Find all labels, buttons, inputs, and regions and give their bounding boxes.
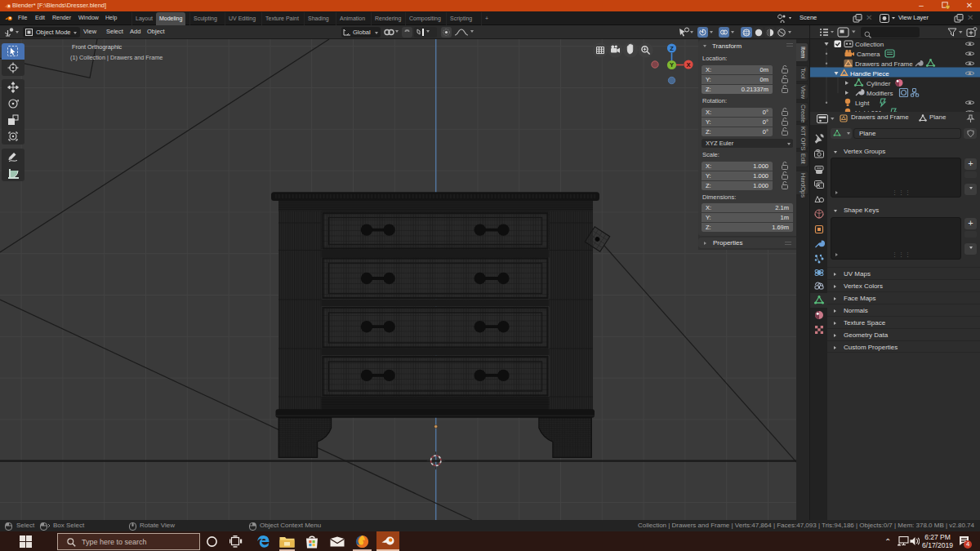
svg-text:Cylinder: Cylinder — [866, 80, 891, 87]
svg-text:Collection: Collection — [855, 41, 884, 48]
svg-text:Handle Piece: Handle Piece — [850, 70, 889, 78]
svg-text:(1) Collection | Drawers and F: (1) Collection | Drawers and Frame — [70, 54, 163, 61]
svg-text:Z: Z — [670, 45, 674, 52]
svg-text:Y: Y — [670, 61, 674, 69]
svg-text:Front Orthographic: Front Orthographic — [72, 43, 122, 51]
svg-text:Drawers and Frame: Drawers and Frame — [855, 60, 913, 68]
svg-text:Modifiers: Modifiers — [866, 90, 893, 97]
svg-text:Light: Light — [855, 100, 870, 107]
svg-text:Camera: Camera — [857, 51, 880, 58]
svg-text:X: X — [686, 61, 690, 69]
